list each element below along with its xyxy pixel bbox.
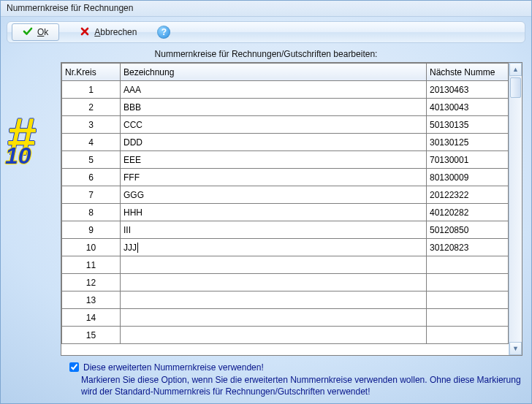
help-icon: ?: [162, 27, 167, 37]
footer-hint: Markieren Sie diese Option, wenn Sie die…: [81, 374, 522, 397]
scroll-down-button[interactable]: ▼: [509, 342, 522, 355]
cancel-button[interactable]: Abbrechen: [75, 23, 141, 41]
cell-bezeichnung[interactable]: CCC: [121, 116, 427, 134]
cell-bezeichnung[interactable]: [121, 309, 427, 327]
ten-glyph: 10: [5, 142, 31, 169]
cell-nr[interactable]: 15: [62, 327, 121, 344]
grid[interactable]: Nr.Kreis Bezeichnung Nächste Numme 1AAA2…: [61, 63, 509, 355]
cell-next-number[interactable]: [427, 256, 509, 274]
table-row[interactable]: 11: [62, 256, 509, 274]
cell-bezeichnung[interactable]: DDD: [121, 134, 427, 151]
cell-next-number[interactable]: 30120823: [427, 239, 509, 256]
cell-bezeichnung[interactable]: EEE: [121, 151, 427, 169]
vertical-scrollbar[interactable]: ▲ ▼: [509, 63, 522, 355]
table-row[interactable]: 6FFF80130009: [62, 169, 509, 186]
cell-next-number[interactable]: 50130135: [427, 116, 509, 134]
page-subtitle: Nummernkreise für Rechnungen/Gutschrifte…: [1, 45, 531, 62]
cancel-icon: [80, 26, 90, 39]
table-row[interactable]: 7GGG20122322: [62, 186, 509, 204]
cell-nr[interactable]: 5: [62, 151, 121, 169]
table-row[interactable]: 1AAA20130463: [62, 81, 509, 99]
number-range-icon: # 10: [5, 126, 62, 178]
cell-next-number[interactable]: [427, 274, 509, 291]
cell-nr[interactable]: 6: [62, 169, 121, 186]
cell-next-number[interactable]: 20130463: [427, 81, 509, 99]
use-extended-checkbox[interactable]: [69, 362, 79, 372]
cell-bezeichnung[interactable]: BBB: [121, 99, 427, 116]
table-row[interactable]: 13: [62, 291, 509, 309]
cell-nr[interactable]: 7: [62, 186, 121, 204]
cell-next-number[interactable]: 20122322: [427, 186, 509, 204]
content-area: # 10 Nr.Kreis Bezeichnung Nächste Numme …: [10, 62, 522, 378]
cell-next-number[interactable]: [427, 291, 509, 309]
cell-nr[interactable]: 10: [62, 239, 121, 256]
cell-bezeichnung[interactable]: [121, 327, 427, 344]
cell-nr[interactable]: 4: [62, 134, 121, 151]
ok-label: Ok: [37, 27, 48, 37]
table-row[interactable]: 12: [62, 274, 509, 291]
number-range-table: Nr.Kreis Bezeichnung Nächste Numme 1AAA2…: [61, 63, 509, 344]
cell-bezeichnung[interactable]: AAA: [121, 81, 427, 99]
cell-bezeichnung[interactable]: [121, 274, 427, 291]
cell-nr[interactable]: 12: [62, 274, 121, 291]
footer: Diese erweiterten Nummernkreise verwende…: [10, 359, 522, 397]
cell-bezeichnung[interactable]: FFF: [121, 169, 427, 186]
window-root: Nummernkreise für Rechnungen Ok Abbreche…: [0, 0, 532, 404]
cell-bezeichnung[interactable]: GGG: [121, 186, 427, 204]
table-row[interactable]: 2BBB40130043: [62, 99, 509, 116]
cell-nr[interactable]: 9: [62, 221, 121, 239]
cell-nr[interactable]: 13: [62, 291, 121, 309]
help-button[interactable]: ?: [157, 26, 170, 39]
cell-nr[interactable]: 2: [62, 99, 121, 116]
cell-nr[interactable]: 8: [62, 204, 121, 221]
hash-glyph: #: [7, 110, 36, 163]
cell-bezeichnung[interactable]: [121, 291, 427, 309]
cell-next-number[interactable]: 40120282: [427, 204, 509, 221]
toolbar: Ok Abbrechen ?: [7, 21, 525, 43]
table-row[interactable]: 14: [62, 309, 509, 327]
col-header-nr[interactable]: Nr.Kreis: [62, 64, 121, 81]
table-row[interactable]: 8HHH40120282: [62, 204, 509, 221]
cell-bezeichnung[interactable]: JJJ: [121, 239, 427, 256]
cell-nr[interactable]: 11: [62, 256, 121, 274]
col-header-next[interactable]: Nächste Numme: [427, 64, 509, 81]
cell-bezeichnung[interactable]: III: [121, 221, 427, 239]
table-row[interactable]: 15: [62, 327, 509, 344]
cell-next-number[interactable]: 50120850: [427, 221, 509, 239]
cell-nr[interactable]: 1: [62, 81, 121, 99]
scroll-thumb[interactable]: [510, 77, 521, 98]
cell-next-number[interactable]: 40130043: [427, 99, 509, 116]
table-row[interactable]: 9III50120850: [62, 221, 509, 239]
table-row[interactable]: 5EEE70130001: [62, 151, 509, 169]
cell-bezeichnung[interactable]: [121, 256, 427, 274]
scroll-up-button[interactable]: ▲: [509, 63, 522, 76]
window-title: Nummernkreise für Rechnungen: [7, 3, 133, 13]
use-extended-label: Diese erweiterten Nummernkreise verwende…: [83, 362, 264, 373]
cell-nr[interactable]: 3: [62, 116, 121, 134]
cell-nr[interactable]: 14: [62, 309, 121, 327]
cell-next-number[interactable]: [427, 327, 509, 344]
table-row[interactable]: 4DDD30130125: [62, 134, 509, 151]
cell-next-number[interactable]: [427, 309, 509, 327]
ok-button[interactable]: Ok: [12, 23, 59, 41]
cell-next-number[interactable]: 80130009: [427, 169, 509, 186]
cell-next-number[interactable]: 70130001: [427, 151, 509, 169]
table-container: Nr.Kreis Bezeichnung Nächste Numme 1AAA2…: [61, 62, 522, 356]
table-row[interactable]: 3CCC50130135: [62, 116, 509, 134]
col-header-bezeichnung[interactable]: Bezeichnung: [121, 64, 427, 81]
titlebar: Nummernkreise für Rechnungen: [1, 1, 531, 17]
use-extended-checkbox-row[interactable]: Diese erweiterten Nummernkreise verwende…: [69, 362, 522, 373]
check-icon: [23, 26, 33, 39]
cancel-label: Abbrechen: [94, 27, 137, 37]
scroll-track[interactable]: [509, 76, 522, 342]
cell-bezeichnung[interactable]: HHH: [121, 204, 427, 221]
table-row[interactable]: 10JJJ30120823: [62, 239, 509, 256]
cell-next-number[interactable]: 30130125: [427, 134, 509, 151]
